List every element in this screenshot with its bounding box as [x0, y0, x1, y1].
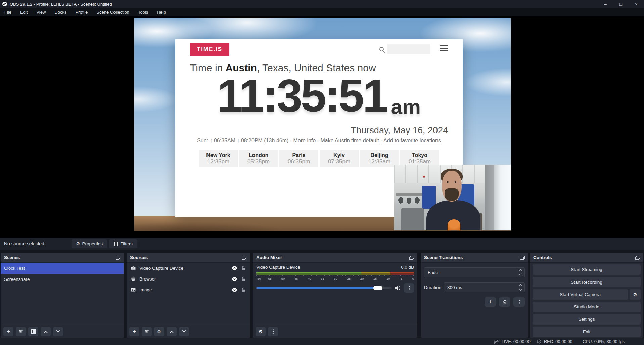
search-icon	[379, 47, 384, 51]
scene-filters-button[interactable]	[28, 327, 38, 336]
menu-scene-collection[interactable]: Scene Collection	[92, 8, 134, 16]
add-transition-button[interactable]: +	[485, 297, 496, 307]
speaker-icon[interactable]	[395, 285, 401, 291]
settings-button[interactable]: Settings	[533, 314, 641, 325]
scenes-dock-header[interactable]: Scenes	[1, 253, 124, 263]
remove-source-button[interactable]	[142, 327, 152, 336]
move-scene-down-button[interactable]	[53, 327, 63, 336]
spin-chevrons[interactable]	[516, 283, 524, 292]
transition-properties-button[interactable]	[513, 297, 525, 307]
volume-slider[interactable]	[256, 287, 392, 289]
timeis-logo: TIME.IS	[190, 43, 229, 56]
visibility-eye-icon[interactable]	[232, 277, 237, 281]
close-button[interactable]: ×	[629, 0, 644, 8]
source-row-browser[interactable]: Browser	[127, 273, 250, 284]
trash-icon	[144, 329, 149, 334]
filter-icon	[31, 329, 36, 334]
status-bar: LIVE: 00:00:00 REC: 00:00:00 CPU: 0.6%, …	[0, 338, 644, 345]
clock-time: 11:35:51	[217, 72, 387, 119]
menu-view[interactable]: View	[32, 8, 50, 16]
lock-open-icon[interactable]	[241, 266, 246, 271]
mixer-channel-menu-button[interactable]	[404, 283, 414, 293]
add-scene-button[interactable]: +	[3, 327, 13, 336]
virtual-camera-config-button[interactable]: ⚙	[630, 289, 641, 300]
controls-dock: Controls Start Streaming Start Recording…	[530, 253, 643, 338]
timeis-search	[379, 44, 430, 54]
duration-spinbox[interactable]: 300 ms	[444, 282, 525, 292]
audio-mixer-header[interactable]: Audio Mixer	[253, 253, 417, 263]
filters-button[interactable]: Filters	[109, 239, 137, 248]
popout-icon[interactable]	[635, 256, 640, 260]
scene-item-clock-test[interactable]: Clock Test	[1, 263, 124, 274]
exit-button[interactable]: Exit	[533, 327, 641, 337]
scene-item-screenshare[interactable]: Screenshare	[1, 274, 124, 285]
move-source-down-button[interactable]	[179, 327, 189, 336]
remove-transition-button[interactable]	[499, 297, 510, 307]
add-source-button[interactable]: +	[129, 327, 139, 336]
start-virtual-camera-button[interactable]: Start Virtual Camera	[533, 289, 628, 300]
menu-edit[interactable]: Edit	[16, 8, 32, 16]
chevron-down-icon	[182, 329, 186, 332]
maximize-button[interactable]: □	[613, 0, 629, 8]
menu-help[interactable]: Help	[152, 8, 170, 16]
source-row-image[interactable]: Image	[127, 284, 250, 295]
properties-button[interactable]: ⚙ Properties	[72, 239, 107, 248]
trash-icon	[18, 329, 24, 334]
lock-open-icon[interactable]	[241, 276, 246, 282]
menu-tools[interactable]: Tools	[134, 8, 152, 16]
city-tokyo: Tokyo01:35am	[400, 150, 439, 167]
transitions-header[interactable]: Scene Transitions	[421, 253, 528, 263]
city-kyiv: Kyiv07:35pm	[320, 150, 359, 167]
studio-mode-button[interactable]: Studio Mode	[533, 302, 641, 312]
image-icon	[131, 287, 136, 292]
move-scene-up-button[interactable]	[41, 327, 51, 336]
program-canvas[interactable]: TIME.IS Time in Austin, Texas, United St…	[134, 18, 511, 231]
source-row-video-capture[interactable]: Video Capture Device	[127, 263, 250, 273]
remove-scene-button[interactable]	[16, 327, 26, 336]
clock-ampm: am	[391, 96, 421, 117]
dock-area: Scenes Clock Test Screenshare + Sources	[0, 250, 644, 338]
mixer-toolbar: ⚙	[253, 325, 417, 338]
hamburger-menu-icon	[440, 45, 448, 52]
chevron-down-icon	[519, 288, 522, 290]
filter-icon	[114, 242, 118, 246]
popout-icon[interactable]	[520, 256, 525, 260]
make-default-link: Make Austin time default	[320, 138, 379, 143]
scenes-dock: Scenes Clock Test Screenshare +	[1, 253, 124, 338]
transition-select[interactable]: Fade	[424, 267, 525, 277]
world-cities-row: New York12:35pm London05:35pm Paris06:35…	[175, 150, 463, 167]
preview-area: TIME.IS Time in Austin, Texas, United St…	[0, 16, 644, 238]
menu-profile[interactable]: Profile	[71, 8, 92, 16]
advanced-audio-button[interactable]: ⚙	[256, 327, 266, 336]
gear-sliders-icon: ⚙	[259, 329, 263, 334]
rec-timer: REC: 00:00:00	[544, 339, 572, 344]
move-source-up-button[interactable]	[167, 327, 177, 336]
volume-meter	[256, 272, 414, 275]
start-streaming-button[interactable]: Start Streaming	[533, 264, 641, 275]
menu-docks[interactable]: Docks	[50, 8, 71, 16]
title-bar: OBS 29.1.2 - Profile: LLHLS BETA - Scene…	[0, 0, 644, 8]
kebab-menu-icon	[273, 331, 274, 332]
visibility-eye-icon[interactable]	[232, 288, 237, 292]
popout-icon[interactable]	[409, 256, 414, 260]
menu-file[interactable]: File	[0, 8, 16, 16]
webcam-source[interactable]	[394, 165, 511, 230]
visibility-eye-icon[interactable]	[232, 266, 237, 270]
mixer-menu-button[interactable]	[268, 327, 278, 336]
volume-slider-handle[interactable]	[373, 286, 382, 290]
window-controls: – □ ×	[598, 0, 644, 8]
search-input	[387, 44, 430, 54]
city-new-york: New York12:35pm	[199, 150, 238, 167]
start-recording-button[interactable]: Start Recording	[533, 277, 641, 287]
sources-dock: Sources Video Capture Device Browser	[127, 253, 250, 338]
city-london: London05:35pm	[239, 150, 278, 167]
popout-icon[interactable]	[242, 256, 246, 260]
globe-icon	[131, 276, 136, 282]
minimize-button[interactable]: –	[598, 0, 613, 8]
lock-open-icon[interactable]	[241, 287, 246, 292]
source-properties-button[interactable]: ⚙	[154, 327, 164, 336]
popout-icon[interactable]	[116, 256, 120, 260]
controls-header[interactable]: Controls	[530, 253, 643, 263]
sources-dock-header[interactable]: Sources	[127, 253, 250, 263]
window-title: OBS 29.1.2 - Profile: LLHLS BETA - Scene…	[10, 2, 112, 7]
